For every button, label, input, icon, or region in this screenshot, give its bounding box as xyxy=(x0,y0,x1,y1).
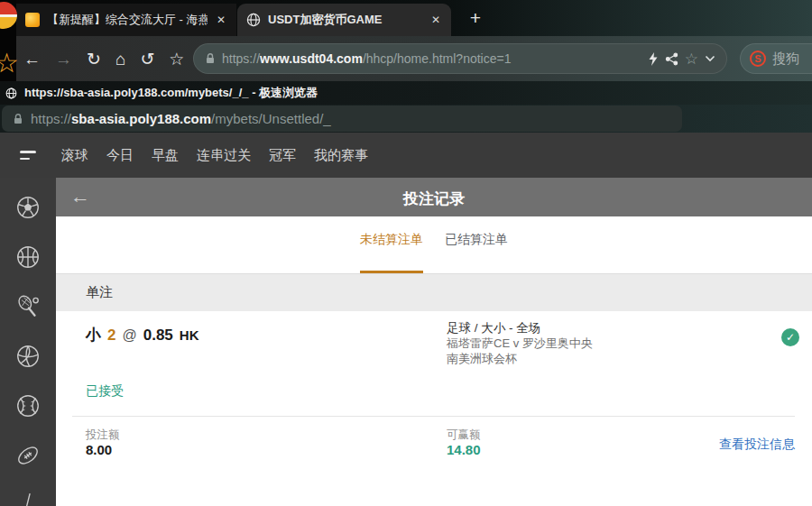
market-name: 足球 / 大小 - 全场 xyxy=(447,321,593,336)
accepted-check-icon: ✓ xyxy=(781,328,799,346)
browser-tab-strip: 【新提醒】综合交流大厅 - 海燕 ✕ USDT加密货币GAME ✕ + xyxy=(0,0,812,36)
page-title: 投注记录 xyxy=(56,189,812,209)
nav-item-parlay[interactable]: 连串过关 xyxy=(197,147,251,164)
nav-item-my-events[interactable]: 我的赛事 xyxy=(314,147,368,164)
nav-item-early[interactable]: 早盘 xyxy=(152,147,179,164)
nav-item-outright[interactable]: 冠军 xyxy=(269,147,296,164)
bet-status-text: 已接受 xyxy=(86,383,124,400)
lock-icon xyxy=(205,52,216,65)
favorite-star-icon[interactable]: ☆ xyxy=(685,51,698,67)
new-tab-button[interactable]: + xyxy=(462,4,489,32)
bookmark-star-icon[interactable]: ☆ xyxy=(169,51,184,68)
sogou-search-button[interactable]: S 搜狗 xyxy=(740,43,812,74)
tab-settled-bets[interactable]: 已结算注单 xyxy=(445,232,508,273)
globe-icon xyxy=(5,87,17,99)
browser-logo-icon[interactable] xyxy=(0,2,17,29)
popup-window-titlebar: https://sba-asia.poly188.com/mybets/_/_ … xyxy=(0,81,812,105)
section-single-bet: 单注 xyxy=(56,273,812,311)
tab-title: USDT加密货币GAME xyxy=(268,12,422,28)
golf-club-icon[interactable] xyxy=(14,492,42,506)
at-symbol: @ xyxy=(122,327,136,344)
lock-icon xyxy=(13,113,23,125)
page-header: ← 投注记录 xyxy=(56,178,812,216)
tab-unsettled-bets[interactable]: 未结算注单 xyxy=(360,232,423,273)
baseball-icon[interactable] xyxy=(14,392,42,419)
odds-format: HK xyxy=(180,327,199,343)
menu-icon[interactable] xyxy=(20,151,38,160)
volleyball-icon[interactable] xyxy=(14,343,42,370)
mail-favicon-icon xyxy=(25,13,40,27)
tab-close-icon[interactable]: ✕ xyxy=(215,14,227,26)
chevron-down-icon[interactable] xyxy=(705,55,715,62)
popup-address-bar[interactable]: https://sba-asia.poly188.com/mybets/Unse… xyxy=(2,106,682,132)
forward-button[interactable]: → xyxy=(55,51,72,68)
match-name: 福塔雷萨CE v 罗沙里奥中央 xyxy=(447,336,593,351)
globe-favicon-icon xyxy=(246,13,261,27)
sports-sidebar xyxy=(0,178,56,506)
popup-address-row: https://sba-asia.poly188.com/mybets/Unse… xyxy=(0,105,812,133)
lightning-icon[interactable] xyxy=(648,52,659,66)
league-name: 南美洲球会杯 xyxy=(447,352,593,366)
url-text: https://www.usdt04.com/hhcp/home.html?no… xyxy=(222,51,641,66)
sogou-logo-icon: S xyxy=(750,51,766,67)
market-info: 足球 / 大小 - 全场 福塔雷萨CE v 罗沙里奥中央 南美洲球会杯 xyxy=(447,321,593,366)
tennis-icon[interactable] xyxy=(14,293,42,320)
edge-star-icon[interactable]: ☆ xyxy=(0,47,19,78)
share-icon[interactable] xyxy=(665,52,678,66)
bet-status-tabs: 未结算注单 已结算注单 xyxy=(56,216,812,273)
sogou-label: 搜狗 xyxy=(772,51,799,68)
stake-value: 8.00 xyxy=(86,442,112,457)
browser-tab-usdt-game[interactable]: USDT加密货币GAME ✕ xyxy=(237,4,451,36)
divider xyxy=(72,416,795,417)
bet-handicap: 2 xyxy=(107,327,115,345)
bet-selection-line: 小 2 @ 0.85 HK xyxy=(86,325,198,345)
popup-url-text: https://sba-asia.poly188.com/mybets/Unse… xyxy=(31,111,331,126)
reload-button[interactable]: ↻ xyxy=(87,51,101,68)
address-bar[interactable]: https://www.usdt04.com/hhcp/home.html?no… xyxy=(193,43,727,74)
tab-close-icon[interactable]: ✕ xyxy=(429,14,442,26)
browser-toolbar: ← → ↻ ⌂ ↺ ☆ https://www.usdt04.com/hhcp/… xyxy=(0,36,812,81)
screen: 【新提醒】综合交流大厅 - 海燕 ✕ USDT加密货币GAME ✕ + ← → … xyxy=(0,0,812,506)
nav-item-live[interactable]: 滚球 xyxy=(61,147,88,164)
home-button[interactable]: ⌂ xyxy=(115,51,125,68)
view-bet-info-link[interactable]: 查看投注信息 xyxy=(719,437,795,453)
undo-button[interactable]: ↺ xyxy=(140,51,154,68)
soccer-icon[interactable] xyxy=(14,194,42,221)
tab-title: 【新提醒】综合交流大厅 - 海燕 xyxy=(47,12,208,28)
bet-odds: 0.85 xyxy=(143,327,173,345)
browser-tab-forum[interactable]: 【新提醒】综合交流大厅 - 海燕 ✕ xyxy=(16,4,236,36)
nav-item-today[interactable]: 今日 xyxy=(106,147,134,164)
bet-records-page: ← 投注记录 未结算注单 已结算注单 单注 小 2 @ 0.85 HK 足球 /… xyxy=(56,178,812,506)
american-football-icon[interactable] xyxy=(14,442,42,469)
bet-selection: 小 xyxy=(86,325,101,345)
back-button[interactable]: ← xyxy=(23,51,41,68)
basketball-icon[interactable] xyxy=(14,244,42,271)
to-win-label: 可赢额 xyxy=(447,428,481,443)
site-nav-bar: 滚球 今日 早盘 连串过关 冠军 我的赛事 xyxy=(0,133,812,178)
to-win-value: 14.80 xyxy=(447,442,481,457)
popup-window-title: https://sba-asia.poly188.com/mybets/_/_ … xyxy=(24,85,318,101)
browser-edge-strip: ☆ xyxy=(0,0,16,81)
stake-label: 投注额 xyxy=(86,428,120,443)
